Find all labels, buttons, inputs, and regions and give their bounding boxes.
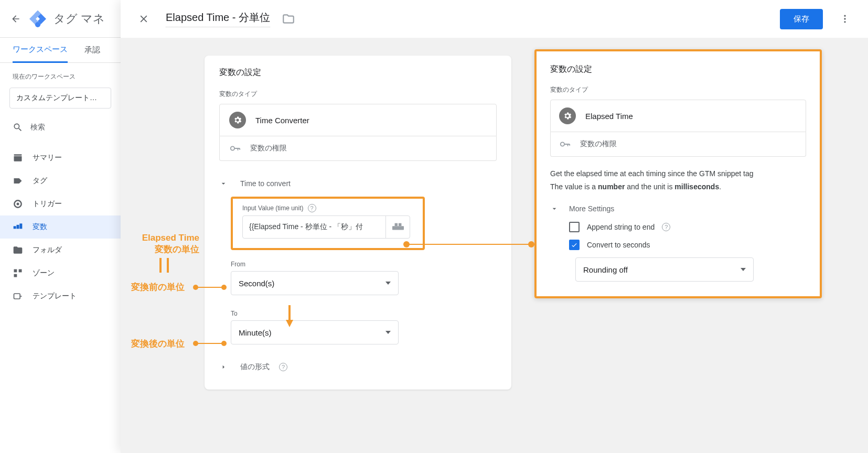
svg-rect-7	[14, 226, 16, 229]
chevron-down-icon	[385, 282, 391, 285]
chevron-right-icon	[219, 361, 231, 373]
tab-workspace[interactable]: ワークスペース	[13, 38, 68, 63]
input-value-label: Input Value (time unit)	[242, 204, 304, 212]
input-value-input[interactable]	[243, 223, 385, 231]
input-value-block: Input Value (time unit) ?	[231, 197, 425, 250]
annotation-from: 変換前の単位	[131, 281, 185, 293]
variable-name-input[interactable]: Elapsed Time - 分単位	[166, 10, 270, 27]
search-icon	[13, 122, 23, 133]
to-select[interactable]: Minute(s)	[231, 320, 399, 344]
more-vert-icon	[840, 14, 850, 24]
nav-zones[interactable]: ゾーン	[0, 262, 121, 285]
right-permissions-label: 変数の権限	[580, 139, 617, 149]
variable-picker-icon[interactable]	[385, 216, 410, 238]
help-icon[interactable]: ?	[308, 204, 316, 212]
gtm-logo-icon	[29, 10, 46, 27]
type-name: Time Converter	[255, 116, 309, 125]
svg-point-6	[17, 203, 19, 206]
svg-rect-10	[14, 269, 17, 273]
annotation-dot	[221, 285, 227, 290]
right-type-row[interactable]: Elapsed Time	[550, 100, 806, 132]
right-more-settings[interactable]: More Settings	[550, 203, 806, 214]
svg-rect-3	[14, 156, 22, 161]
annotation-line	[194, 287, 223, 288]
svg-point-17	[231, 146, 234, 150]
right-card-title: 変数の設定	[550, 62, 806, 85]
tab-approvals[interactable]: 承認	[84, 45, 100, 55]
gear-icon	[559, 107, 576, 124]
checkbox-checked[interactable]	[569, 240, 580, 250]
time-to-convert-section[interactable]: Time to convert	[205, 174, 511, 197]
workspace-select[interactable]: カスタムテンプレート…	[9, 88, 111, 109]
nav-triggers[interactable]: トリガー	[0, 192, 121, 215]
svg-point-16	[844, 21, 845, 23]
nav-variables[interactable]: 変数	[0, 215, 121, 239]
key-icon	[229, 143, 241, 154]
gear-icon	[229, 112, 246, 128]
from-select[interactable]: Second(s)	[231, 271, 399, 295]
more-menu-button[interactable]	[834, 8, 855, 29]
checkbox-unchecked[interactable]	[569, 222, 580, 232]
rounding-select[interactable]: Rounding off	[575, 257, 754, 282]
from-select-value: Second(s)	[239, 279, 274, 288]
nav-tags[interactable]: タグ	[0, 169, 121, 192]
annotation-dot	[528, 241, 534, 247]
convert-seconds-row[interactable]: Convert to seconds	[569, 240, 806, 250]
search-field[interactable]: 検索	[9, 118, 111, 137]
svg-rect-13	[14, 294, 20, 299]
help-icon[interactable]: ?	[279, 363, 287, 371]
right-description: Get the elapsed time at each timing sinc…	[550, 167, 806, 193]
annotation-arrow-down	[286, 320, 293, 327]
close-button[interactable]	[133, 8, 154, 29]
help-icon[interactable]: ?	[662, 223, 670, 231]
svg-rect-9	[19, 223, 22, 229]
chevron-down-icon	[219, 178, 231, 189]
annotation-connector	[405, 244, 531, 245]
nav-summary[interactable]: サマリー	[0, 146, 121, 169]
annotation-elapsed-time: Elapsed Time 変数の単位	[117, 233, 199, 255]
svg-rect-20	[398, 223, 401, 226]
svg-rect-18	[392, 226, 404, 230]
variable-type-row[interactable]: Time Converter	[219, 104, 497, 136]
annotation-dot	[221, 341, 227, 346]
svg-rect-4	[14, 154, 22, 156]
annotation-dot	[403, 241, 410, 247]
svg-rect-8	[17, 225, 19, 229]
nav-templates[interactable]: テンプレート	[0, 285, 121, 308]
chevron-down-icon	[741, 268, 746, 271]
right-type-name: Elapsed Time	[585, 112, 633, 121]
to-select-value: Minute(s)	[239, 328, 272, 337]
variable-permissions-row[interactable]: 変数の権限	[219, 136, 497, 161]
annotation-arrow-stem	[288, 305, 291, 321]
back-arrow-icon[interactable]	[9, 13, 22, 25]
nav-folders[interactable]: フォルダ	[0, 239, 121, 262]
annotation-dot	[193, 285, 198, 290]
svg-point-14	[844, 15, 845, 17]
svg-point-15	[844, 18, 845, 19]
rounding-select-value: Rounding off	[583, 265, 628, 274]
to-label: To	[231, 310, 425, 317]
value-format-section[interactable]: 値の形式 ?	[205, 348, 511, 383]
permissions-label: 変数の権限	[250, 144, 287, 153]
elapsed-time-card: 変数の設定 変数のタイプ Elapsed Time 変数の権限 Get the …	[534, 49, 822, 298]
svg-rect-11	[19, 269, 22, 273]
close-icon	[138, 13, 149, 25]
type-label: 変数のタイプ	[205, 87, 511, 104]
variable-config-card: 変数の設定 変数のタイプ Time Converter 変数の権限 Time t…	[205, 56, 511, 390]
folder-icon[interactable]	[282, 12, 295, 26]
input-value-field[interactable]	[242, 215, 410, 239]
right-permissions-row[interactable]: 変数の権限	[550, 132, 806, 157]
svg-point-2	[35, 22, 40, 27]
card-title: 変数の設定	[205, 56, 511, 87]
append-string-row[interactable]: Append string to end ?	[569, 222, 806, 232]
annotation-line	[167, 258, 169, 273]
right-type-label: 変数のタイプ	[550, 85, 806, 100]
annotation-dot	[193, 341, 198, 346]
save-button[interactable]: 保存	[780, 9, 823, 29]
app-title: タグ マネ	[53, 11, 105, 27]
annotation-to: 変換後の単位	[131, 338, 185, 350]
search-placeholder: 検索	[30, 123, 45, 132]
svg-rect-19	[394, 223, 398, 226]
svg-point-21	[561, 142, 564, 146]
annotation-line	[194, 343, 223, 344]
